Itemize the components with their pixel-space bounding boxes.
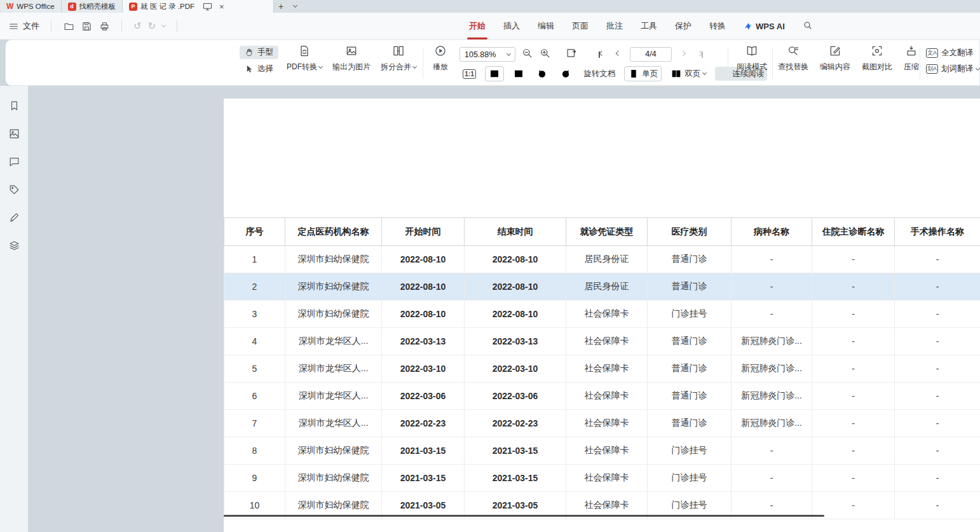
read-mode-button[interactable]: 阅读模式: [737, 44, 767, 72]
tab-list-chevron-icon[interactable]: [288, 0, 302, 13]
first-page-icon[interactable]: [595, 48, 607, 61]
table-cell: 社会保障卡: [566, 437, 648, 465]
compress-icon: [905, 44, 918, 59]
layers-icon[interactable]: [8, 240, 20, 254]
full-text-translate-label: 全文翻译: [941, 48, 973, 58]
table-cell: -: [895, 383, 980, 410]
page-thumbnails-icon[interactable]: [8, 128, 20, 142]
table-cell: -: [732, 273, 812, 301]
menu-tab-insert[interactable]: 插入: [503, 20, 520, 32]
zoom-level-dropdown[interactable]: 105.88%: [459, 47, 515, 62]
full-text-translate-button[interactable]: 文A 全文翻译: [926, 48, 979, 58]
table-cell: 2022-03-10: [382, 355, 465, 383]
fit-width-button[interactable]: [485, 66, 504, 81]
play-button[interactable]: 播放: [433, 44, 448, 72]
menu-tab-convert[interactable]: 转换: [709, 20, 726, 32]
menu-tab-protect[interactable]: 保护: [675, 20, 691, 32]
open-book-icon: [745, 44, 758, 59]
menu-tab-edit[interactable]: 编辑: [538, 20, 554, 32]
table-cell: -: [812, 328, 895, 355]
zoom-out-icon[interactable]: [521, 47, 533, 62]
save-icon[interactable]: [81, 20, 92, 32]
table-header-row: 序号定点医药机构名称开始时间结束时间就诊凭证类型医疗类别病种名称住院主诊断名称手…: [224, 218, 980, 246]
double-page-button[interactable]: 双页: [667, 67, 709, 81]
close-tab-icon[interactable]: ×: [219, 3, 224, 11]
table-cell: 新冠肺炎门诊...: [732, 355, 812, 383]
export-image-label: 输出为图片: [332, 62, 371, 72]
table-cell: -: [812, 437, 895, 465]
column-header: 开始时间: [382, 218, 465, 246]
column-header: 就诊凭证类型: [566, 218, 648, 246]
menu-bar: 文件 ↺ ↻ 开始 插入 编辑 页面 批注: [0, 13, 980, 39]
last-page-icon[interactable]: [695, 48, 706, 61]
menu-tab-page[interactable]: 页面: [572, 20, 589, 32]
fit-window-icon[interactable]: [566, 47, 578, 62]
column-header: 医疗类别: [648, 218, 732, 246]
open-folder-icon[interactable]: [63, 20, 74, 32]
previous-page-icon[interactable]: [613, 48, 624, 61]
undo-icon[interactable]: ↺: [133, 20, 142, 32]
single-page-button[interactable]: 单页: [624, 66, 662, 81]
table-cell: -: [895, 410, 980, 437]
select-tool-button[interactable]: 选择: [240, 62, 278, 76]
medical-records-table: 序号定点医药机构名称开始时间结束时间就诊凭证类型医疗类别病种名称住院主诊断名称手…: [224, 217, 980, 519]
rotate-document-button[interactable]: 旋转文档: [580, 67, 618, 81]
word-translate-button[interactable]: 划A 划词翻译: [926, 64, 979, 74]
next-page-icon[interactable]: [677, 48, 689, 61]
annotations-tag-icon[interactable]: [8, 184, 20, 198]
menu-search-icon[interactable]: [803, 20, 813, 32]
edit-content-button[interactable]: 编辑内容: [820, 44, 850, 72]
fit-page-button[interactable]: [510, 67, 527, 81]
tab-docer-templates[interactable]: d 找稻壳模板: [62, 0, 123, 13]
pdf-page: 序号定点医药机构名称开始时间结束时间就诊凭证类型医疗类别病种名称住院主诊断名称手…: [224, 99, 980, 532]
table-cell: 门诊挂号: [648, 301, 732, 328]
word-translate-label: 划词翻译: [941, 64, 973, 74]
file-menu-button[interactable]: 文件: [8, 20, 39, 32]
new-tab-button[interactable]: +: [274, 0, 288, 13]
menu-tab-home[interactable]: 开始: [469, 20, 486, 32]
wps-ai-button[interactable]: WPS AI: [744, 22, 785, 31]
table-cell: 社会保障卡: [566, 465, 648, 492]
tab-document-pdf[interactable]: P 就 医 记 录 .PDF ×: [123, 0, 274, 13]
table-cell: -: [732, 437, 812, 465]
table-cell: 6: [224, 383, 285, 410]
export-as-image-button[interactable]: 输出为图片: [332, 44, 371, 72]
table-cell: 深圳市妇幼保健院: [285, 465, 382, 492]
signature-pen-icon[interactable]: [8, 212, 20, 226]
actual-size-button[interactable]: 1:1: [459, 68, 479, 80]
table-cell: -: [895, 328, 980, 355]
hand-tool-button[interactable]: 手型: [240, 46, 278, 59]
redo-icon[interactable]: ↻: [148, 20, 156, 32]
double-page-icon: [670, 68, 682, 79]
comments-icon[interactable]: [8, 156, 20, 170]
table-cell: 普通门诊: [648, 328, 732, 355]
table-cell: 普通门诊: [648, 410, 732, 437]
find-replace-icon: [787, 44, 800, 59]
rotate-left-icon[interactable]: [533, 67, 551, 81]
compress-button[interactable]: 压缩: [904, 44, 919, 72]
find-replace-button[interactable]: 查找替换: [778, 44, 808, 72]
horizontal-scrollbar-thumb[interactable]: [224, 515, 824, 517]
undo-history-chevron-icon[interactable]: [161, 23, 166, 27]
file-menu-label: 文件: [23, 20, 39, 32]
separator: [121, 20, 122, 32]
menu-tab-comment[interactable]: 批注: [606, 20, 623, 32]
toolbar: 手型 选择 PDF转换 输出为图片: [5, 39, 980, 86]
pdf-convert-label: PDF转换: [287, 62, 317, 72]
rotate-right-icon[interactable]: [557, 67, 575, 81]
menu-tab-tools[interactable]: 工具: [641, 20, 657, 32]
play-label: 播放: [433, 62, 448, 72]
split-merge-button[interactable]: 拆分合并: [381, 44, 416, 72]
pdf-convert-button[interactable]: PDF转换: [287, 44, 322, 72]
fit-width-icon: [489, 68, 500, 79]
table-cell: 新冠肺炎门诊...: [732, 328, 812, 355]
zoom-in-icon[interactable]: [539, 47, 551, 62]
bookmarks-icon[interactable]: [8, 100, 20, 114]
print-icon[interactable]: [99, 20, 110, 32]
table-row: 4深圳市龙华区人...2022-03-132022-03-13社会保障卡普通门诊…: [224, 328, 980, 355]
table-cell: 门诊挂号: [648, 437, 732, 465]
monitor-icon[interactable]: [201, 1, 213, 12]
page-number-input[interactable]: 4/4: [630, 47, 672, 62]
tab-wps-office[interactable]: W WPS Office: [0, 0, 62, 13]
screenshot-compare-button[interactable]: 截图对比: [862, 44, 892, 72]
